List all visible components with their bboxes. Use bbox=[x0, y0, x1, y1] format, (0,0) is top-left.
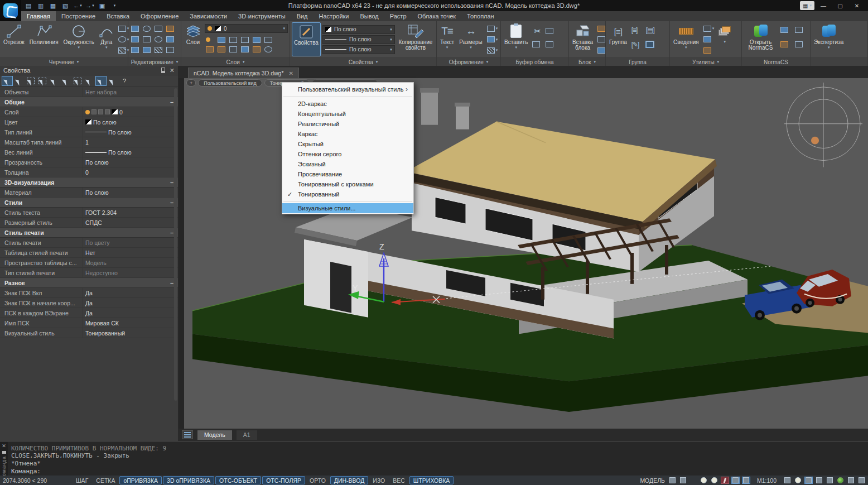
menu-item-shades-of-gray[interactable]: Оттенки серого bbox=[282, 149, 413, 159]
select-all-button[interactable] bbox=[37, 76, 47, 85]
paste-tool[interactable]: Вставить ▾ bbox=[503, 22, 529, 56]
menu-item-visual-styles[interactable]: Визуальные стили... bbox=[282, 203, 413, 213]
group-label-editing[interactable]: Редактирование▾ bbox=[128, 57, 181, 66]
apply-selection-button[interactable] bbox=[84, 76, 94, 85]
menu-item-xray[interactable]: Просвечивание bbox=[282, 169, 413, 179]
prop-row-material[interactable]: МатериалПо слою bbox=[0, 188, 178, 198]
tab-model[interactable]: Модель bbox=[197, 430, 232, 440]
command-pin-icon[interactable] bbox=[2, 451, 6, 454]
dynamic-ucs-icon[interactable] bbox=[742, 477, 750, 484]
prop-row-linetype[interactable]: Тип линийПо слою bbox=[0, 127, 178, 137]
copy-with-base-tool[interactable] bbox=[544, 40, 558, 50]
group-label-utilities[interactable]: Утилиты▾ bbox=[670, 57, 741, 66]
prop-row-objects[interactable]: ОбъектыНет набора bbox=[0, 87, 178, 97]
orbit-icon[interactable] bbox=[826, 477, 834, 484]
block-update-tool[interactable] bbox=[596, 45, 606, 55]
block-attach-tool[interactable] bbox=[596, 35, 606, 45]
viewport-add-button[interactable]: + bbox=[186, 79, 196, 87]
prop-row-plot-style[interactable]: Стиль печатиПо цвету bbox=[0, 238, 178, 248]
prop-row-plot-type[interactable]: Тип стилей печатиНедоступно bbox=[0, 268, 178, 278]
viewport-view-pill[interactable]: Пользовательский вид bbox=[198, 79, 262, 87]
maximize-button[interactable]: ▢ bbox=[832, 1, 848, 10]
stretch-tool[interactable] bbox=[130, 45, 142, 55]
draw-order-tool[interactable]: ▾ bbox=[717, 22, 732, 56]
group-tool[interactable]: [≡] Группа bbox=[607, 22, 629, 56]
layer-unlock-tool[interactable] bbox=[228, 44, 240, 54]
toggle-snap[interactable]: ШАГ bbox=[73, 476, 91, 484]
rotate-tool[interactable] bbox=[142, 23, 153, 33]
toggle-3d-osnap[interactable]: 3D оПРИВЯЗКА bbox=[163, 476, 214, 484]
viewport-lock-icon[interactable] bbox=[847, 477, 855, 484]
collapse-icon[interactable]: − bbox=[170, 99, 173, 105]
collapse-icon[interactable]: − bbox=[170, 280, 173, 286]
copy-with-link-tool[interactable] bbox=[544, 26, 558, 36]
prop-row-visual-style[interactable]: Визуальный стильТонированный bbox=[0, 328, 178, 338]
normacs-document-tool[interactable] bbox=[794, 25, 808, 35]
collapse-icon[interactable]: − bbox=[170, 199, 173, 206]
prop-row-plot-table[interactable]: Таблица стилей печатиНет bbox=[0, 248, 178, 258]
copy-tool[interactable] bbox=[130, 34, 142, 44]
menu-item-shaded-with-edges[interactable]: Тонированный с кромками bbox=[282, 179, 413, 189]
tab-insert[interactable]: Вставка bbox=[101, 11, 135, 21]
document-tab[interactable]: nCAD. Модель коттеджа 3D.dwg* ✕ bbox=[188, 68, 299, 78]
group-label-properties[interactable]: Свойства▾ bbox=[290, 57, 436, 66]
toggle-ortho[interactable]: ОРТО bbox=[306, 476, 329, 484]
leader-tool[interactable]: ▾ bbox=[486, 23, 499, 33]
panel-scrollbar[interactable] bbox=[174, 88, 177, 401]
menu-item-wireframe[interactable]: Каркас bbox=[282, 129, 413, 139]
model-space-label[interactable]: МОДЕЛЬ bbox=[640, 477, 665, 484]
color-dropdown[interactable]: По слою▾ bbox=[322, 25, 395, 34]
cut-tool[interactable]: ✂ bbox=[531, 26, 544, 36]
close-button[interactable]: ✕ bbox=[849, 1, 865, 10]
tab-raster[interactable]: Растр bbox=[384, 11, 412, 21]
toggle-iso[interactable]: ИЗО bbox=[369, 476, 388, 484]
circle-dropdown-icon[interactable]: ▾ bbox=[78, 45, 80, 50]
copy-clip-tool[interactable] bbox=[531, 40, 544, 50]
text-tool[interactable]: T≡ Текст ▾ bbox=[438, 22, 456, 56]
layer-state-tool[interactable] bbox=[240, 44, 252, 54]
group-label-normacs[interactable]: NormaCS bbox=[742, 57, 810, 66]
table-tool[interactable]: ▾ bbox=[486, 45, 499, 55]
zoom-object-icon[interactable] bbox=[815, 477, 823, 484]
section-general[interactable]: Общие− bbox=[0, 97, 178, 107]
layer-select-dropdown[interactable]: 0 ▾ bbox=[205, 24, 288, 33]
menu-item-realistic[interactable]: Реалистичный bbox=[282, 119, 413, 129]
section-plot-style[interactable]: Стиль печати− bbox=[0, 228, 178, 238]
selection-cycling-icon[interactable] bbox=[731, 477, 740, 484]
group-label-clipboard[interactable]: Буфер обмена bbox=[501, 57, 568, 66]
prop-row-thickness[interactable]: Толщина0 bbox=[0, 167, 178, 177]
circle-tool[interactable]: Окружность ▾ bbox=[62, 22, 96, 56]
layer-match-tool[interactable] bbox=[205, 44, 216, 54]
toggle-dynamic-input[interactable]: ДИН-ВВОД bbox=[330, 476, 368, 484]
command-close-icon[interactable]: ✕ bbox=[2, 443, 6, 449]
nanocad-logo[interactable] bbox=[0, 0, 21, 21]
help-button[interactable] bbox=[119, 76, 129, 85]
toggle-osnap[interactable]: оПРИВЯЗКА bbox=[119, 476, 162, 484]
move-tool[interactable] bbox=[130, 23, 142, 33]
prop-row-ucs-name[interactable]: Имя ПСКМировая СК bbox=[0, 318, 178, 328]
select-append-button[interactable] bbox=[2, 76, 12, 85]
prop-row-ucs-icon-on[interactable]: Знак ПСК ВклДа bbox=[0, 288, 178, 298]
select-window-button[interactable] bbox=[26, 76, 36, 85]
section-misc[interactable]: Разное− bbox=[0, 278, 178, 288]
collapse-icon[interactable]: − bbox=[170, 179, 173, 186]
toggle-otrack-object[interactable]: ОТС-ОБЪЕКТ bbox=[215, 476, 261, 484]
qat-more-icon[interactable]: ▾ bbox=[109, 2, 119, 9]
multileader-tool[interactable]: ▾ bbox=[486, 35, 499, 45]
expertise-tool[interactable]: Экспертиза ▾ bbox=[812, 22, 845, 56]
mirror-tool[interactable] bbox=[142, 34, 153, 44]
tab-topoplan[interactable]: Топоплан bbox=[461, 11, 500, 21]
layer-walk-tool[interactable] bbox=[263, 35, 275, 45]
annotation-monitor-icon[interactable] bbox=[679, 477, 687, 484]
light-cursor-icon[interactable] bbox=[700, 477, 708, 484]
tab-view[interactable]: Вид bbox=[291, 11, 314, 21]
arc-dropdown-icon[interactable]: ▾ bbox=[105, 45, 108, 50]
redo-icon[interactable]: →▾ bbox=[85, 2, 95, 9]
zoom-icon[interactable] bbox=[794, 477, 802, 484]
group-ungroup-tool[interactable]: [▤] bbox=[645, 25, 659, 35]
tab-settings[interactable]: Настройки bbox=[314, 11, 355, 21]
fullscreen-icon[interactable] bbox=[857, 477, 866, 484]
annotation-scale[interactable]: М1:100 bbox=[757, 477, 777, 484]
toggle-lineweight[interactable]: ВЕС bbox=[389, 476, 408, 484]
layer-plot-tool[interactable] bbox=[240, 35, 252, 45]
